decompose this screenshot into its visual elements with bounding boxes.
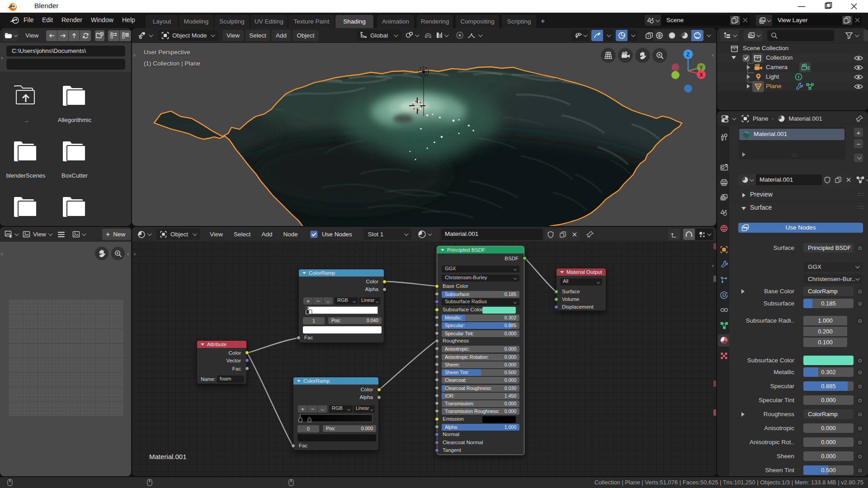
svg-text:X: X (699, 72, 703, 78)
svg-text:Z: Z (686, 52, 689, 58)
svg-text:Y: Y (699, 65, 703, 71)
